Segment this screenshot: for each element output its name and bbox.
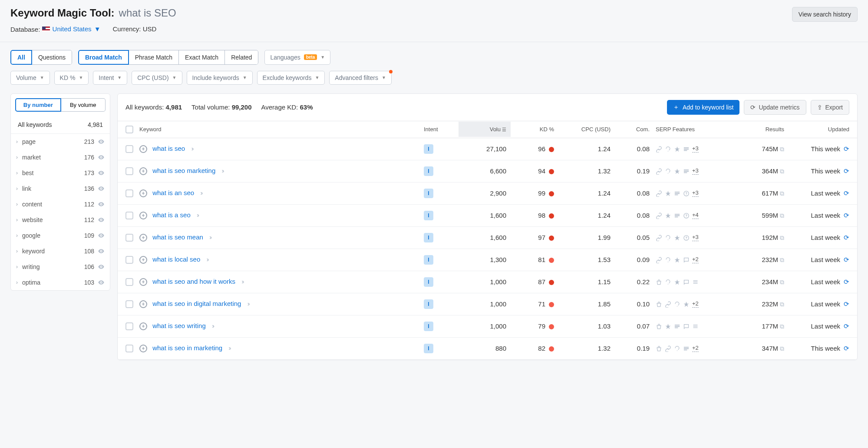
results-icon[interactable]: ⧉ xyxy=(780,212,784,219)
serp-more[interactable]: +2 xyxy=(692,256,699,263)
filter-kd[interactable]: KD %▼ xyxy=(54,71,89,85)
view-history-button[interactable]: View search history xyxy=(792,7,858,22)
add-keyword-icon[interactable]: + xyxy=(139,145,147,153)
add-keyword-icon[interactable]: + xyxy=(139,167,147,175)
add-keyword-icon[interactable]: + xyxy=(139,278,147,286)
keyword-link[interactable]: what is local seo xyxy=(152,256,200,263)
filter-intent[interactable]: Intent▼ xyxy=(93,71,127,85)
select-all-checkbox[interactable] xyxy=(125,126,133,133)
database-selector[interactable]: United States ▼ xyxy=(42,25,101,33)
row-checkbox[interactable] xyxy=(125,278,133,286)
add-keyword-icon[interactable]: + xyxy=(139,322,147,330)
col-cpc[interactable]: CPC (USD) xyxy=(554,126,611,133)
row-checkbox[interactable] xyxy=(125,234,133,242)
sort-by-number[interactable]: By number xyxy=(15,98,61,112)
sidebar-item[interactable]: › page 213 xyxy=(11,134,110,149)
sidebar-item[interactable]: › keyword 108 xyxy=(11,243,110,259)
refresh-icon[interactable]: ⟳ xyxy=(844,189,849,197)
refresh-icon[interactable]: ⟳ xyxy=(844,145,849,153)
add-to-keyword-list-button[interactable]: ＋Add to keyword list xyxy=(667,100,740,115)
eye-icon[interactable] xyxy=(98,263,105,270)
serp-more[interactable]: +2 xyxy=(692,345,699,352)
col-results[interactable]: Results xyxy=(723,126,784,133)
col-serp[interactable]: SERP Features xyxy=(650,126,723,133)
refresh-icon[interactable]: ⟳ xyxy=(844,300,849,308)
sidebar-item[interactable]: › content 112 xyxy=(11,196,110,212)
results-icon[interactable]: ⧉ xyxy=(780,323,784,330)
keyword-link[interactable]: what is seo writing xyxy=(152,322,206,329)
eye-icon[interactable] xyxy=(98,279,105,286)
update-metrics-button[interactable]: ⟳Update metrics xyxy=(744,100,806,115)
add-keyword-icon[interactable]: + xyxy=(139,345,147,352)
sort-by-volume[interactable]: By volume xyxy=(61,98,106,112)
filter-volume[interactable]: Volume▼ xyxy=(10,71,50,85)
col-com[interactable]: Com. xyxy=(611,126,650,133)
keyword-link[interactable]: what is seo and how it works xyxy=(152,278,235,285)
filter-advanced[interactable]: Advanced filters▼ xyxy=(329,71,392,85)
eye-icon[interactable] xyxy=(98,154,105,161)
add-keyword-icon[interactable]: + xyxy=(139,189,147,197)
results-icon[interactable]: ⧉ xyxy=(780,279,784,285)
sidebar-item[interactable]: › writing 106 xyxy=(11,259,110,275)
tab-questions[interactable]: Questions xyxy=(32,50,72,65)
tab-broad-match[interactable]: Broad Match xyxy=(78,50,129,65)
tab-related[interactable]: Related xyxy=(225,50,258,65)
keyword-link[interactable]: what is seo in marketing xyxy=(152,344,222,352)
results-icon[interactable]: ⧉ xyxy=(780,234,784,241)
results-icon[interactable]: ⧉ xyxy=(780,168,784,175)
add-keyword-icon[interactable]: + xyxy=(139,300,147,308)
refresh-icon[interactable]: ⟳ xyxy=(844,256,849,263)
eye-icon[interactable] xyxy=(98,169,105,176)
refresh-icon[interactable]: ⟳ xyxy=(844,322,849,330)
keyword-link[interactable]: what is seo marketing xyxy=(152,167,215,174)
col-intent[interactable]: Intent xyxy=(424,126,459,133)
col-updated[interactable]: Updated xyxy=(784,126,849,133)
filter-include[interactable]: Include keywords▼ xyxy=(187,71,253,85)
tab-all[interactable]: All xyxy=(10,50,32,65)
keyword-link[interactable]: what is an seo xyxy=(152,189,194,196)
row-checkbox[interactable] xyxy=(125,189,133,197)
results-icon[interactable]: ⧉ xyxy=(780,190,784,197)
results-icon[interactable]: ⧉ xyxy=(780,301,784,308)
sidebar-item[interactable]: › link 136 xyxy=(11,181,110,196)
serp-more[interactable]: +4 xyxy=(692,212,699,219)
sidebar-item[interactable]: › market 176 xyxy=(11,149,110,165)
row-checkbox[interactable] xyxy=(125,145,133,153)
refresh-icon[interactable]: ⟳ xyxy=(844,212,849,219)
row-checkbox[interactable] xyxy=(125,300,133,308)
add-keyword-icon[interactable]: + xyxy=(139,212,147,219)
eye-icon[interactable] xyxy=(98,216,105,223)
refresh-icon[interactable]: ⟳ xyxy=(844,167,849,175)
serp-more[interactable]: +3 xyxy=(692,145,699,153)
row-checkbox[interactable] xyxy=(125,256,133,264)
results-icon[interactable]: ⧉ xyxy=(780,345,784,352)
tab-phrase-match[interactable]: Phrase Match xyxy=(129,50,179,65)
row-checkbox[interactable] xyxy=(125,322,133,330)
eye-icon[interactable] xyxy=(98,201,105,208)
eye-icon[interactable] xyxy=(98,185,105,192)
serp-more[interactable]: +2 xyxy=(692,300,699,308)
keyword-link[interactable]: what is seo in digital marketing xyxy=(152,300,241,307)
row-checkbox[interactable] xyxy=(125,167,133,175)
refresh-icon[interactable]: ⟳ xyxy=(844,345,849,352)
sidebar-item[interactable]: › website 112 xyxy=(11,212,110,228)
sidebar-item[interactable]: › best 173 xyxy=(11,165,110,181)
eye-icon[interactable] xyxy=(98,138,105,145)
eye-icon[interactable] xyxy=(98,232,105,239)
col-keyword[interactable]: Keyword xyxy=(139,126,424,133)
tab-exact-match[interactable]: Exact Match xyxy=(179,50,225,65)
col-volume[interactable]: Volu☰ xyxy=(459,122,511,137)
row-checkbox[interactable] xyxy=(125,212,133,219)
languages-dropdown[interactable]: Languages beta ▼ xyxy=(264,50,330,65)
keyword-link[interactable]: what is seo xyxy=(152,145,185,152)
sidebar-item[interactable]: › google 109 xyxy=(11,228,110,243)
col-kd[interactable]: KD % xyxy=(511,126,554,133)
add-keyword-icon[interactable]: + xyxy=(139,256,147,264)
keyword-link[interactable]: what is seo mean xyxy=(152,233,203,241)
filter-exclude[interactable]: Exclude keywords▼ xyxy=(257,71,325,85)
refresh-icon[interactable]: ⟳ xyxy=(844,234,849,241)
sidebar-item[interactable]: › optima 103 xyxy=(11,275,110,290)
serp-more[interactable]: +3 xyxy=(692,189,699,197)
add-keyword-icon[interactable]: + xyxy=(139,234,147,242)
eye-icon[interactable] xyxy=(98,248,105,255)
